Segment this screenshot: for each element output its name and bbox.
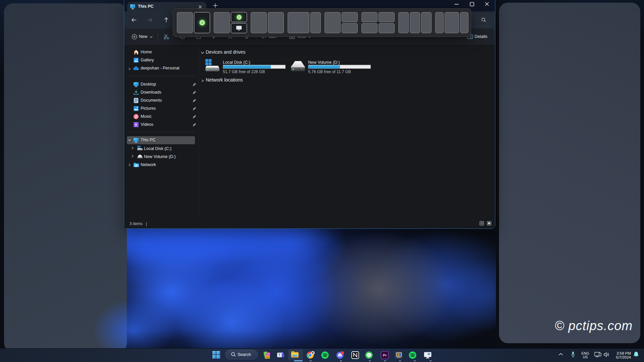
svg-text:Pr: Pr bbox=[383, 353, 387, 357]
svg-text:T: T bbox=[279, 353, 281, 357]
